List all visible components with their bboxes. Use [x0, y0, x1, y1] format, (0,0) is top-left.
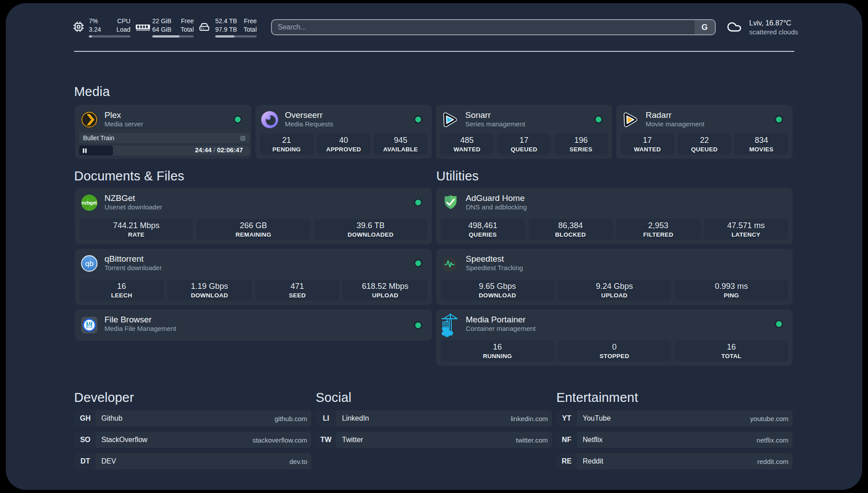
svg-text:nzbget: nzbget	[82, 200, 97, 205]
svg-text:qb: qb	[85, 259, 94, 268]
